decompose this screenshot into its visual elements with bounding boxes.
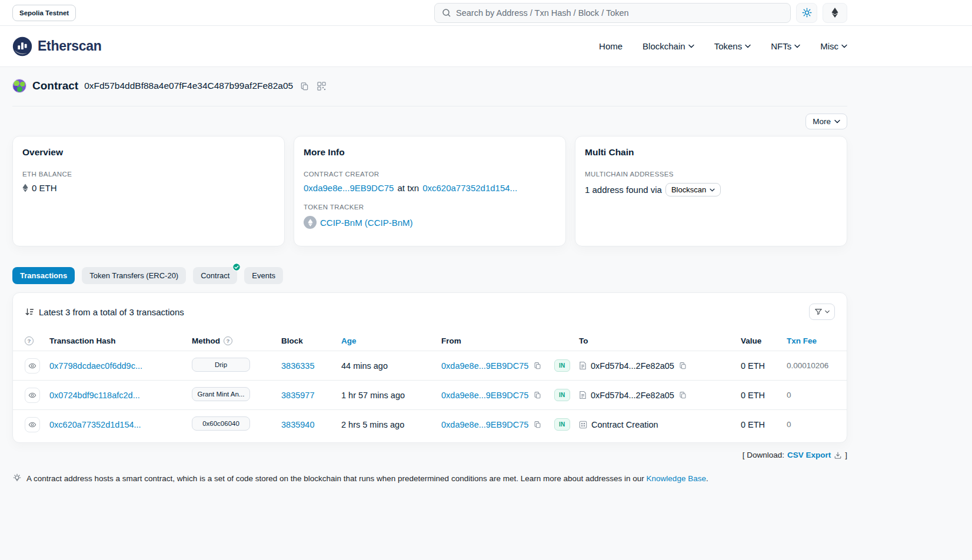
- value-text: 0 ETH: [741, 420, 787, 429]
- theme-toggle-button[interactable]: [796, 3, 817, 23]
- main-nav: Home Blockchain Tokens NFTs Misc: [599, 41, 847, 51]
- creator-connector-text: at txn: [397, 183, 419, 193]
- txn-fee-text: 0.00010206: [787, 361, 835, 370]
- tab-events[interactable]: Events: [244, 267, 283, 284]
- creation-txn-link[interactable]: 0xc620a77352d1d154...: [422, 183, 517, 193]
- tab-transactions[interactable]: Transactions: [12, 267, 75, 284]
- token-tracker-link[interactable]: CCIP-BnM (CCIP-BnM): [320, 218, 413, 228]
- network-switcher-button[interactable]: [823, 3, 847, 23]
- nav-item-home[interactable]: Home: [599, 41, 623, 51]
- contract-address: 0xFd57b4ddBf88a4e07fF4e34C487b99af2Fe82a…: [84, 81, 293, 91]
- note-text: A contract address hosts a smart contrac…: [26, 474, 644, 483]
- method-badge: Drip: [192, 358, 250, 372]
- etherscan-logo[interactable]: Etherscan: [12, 36, 102, 56]
- filter-button[interactable]: [809, 304, 835, 320]
- csv-export-link[interactable]: CSV Export: [787, 451, 831, 459]
- copy-icon[interactable]: [678, 361, 687, 370]
- contract-file-icon: [579, 391, 587, 399]
- filter-funnel-icon: [814, 308, 823, 316]
- token-logo-icon: [304, 216, 317, 229]
- knowledge-base-link[interactable]: Knowledge Base: [647, 474, 706, 483]
- contract-file-icon: [579, 361, 587, 370]
- download-suffix-text: ]: [845, 451, 847, 459]
- preview-eye-button[interactable]: [25, 358, 40, 374]
- tab-token-transfers[interactable]: Token Transfers (ERC-20): [82, 267, 186, 284]
- transaction-row: 0x0724bdf9c118afc2d... Grant Mint An... …: [13, 380, 847, 409]
- more-dropdown-button[interactable]: More: [805, 114, 847, 129]
- from-address-link[interactable]: 0xda9e8e...9EB9DC75: [441, 391, 528, 400]
- transaction-row: 0xc620a77352d1d154... 0x60c06040 3835940…: [13, 409, 847, 439]
- contract-creation-icon: [579, 421, 587, 429]
- txn-hash-link[interactable]: 0x7798dcdaec0f6dd9c...: [49, 361, 142, 371]
- nav-item-blockchain[interactable]: Blockchain: [643, 41, 694, 51]
- overview-card: Overview ETH BALANCE 0 ETH: [12, 136, 285, 246]
- column-header-method: Method: [192, 336, 220, 345]
- search-input[interactable]: [456, 8, 783, 18]
- transaction-row: 0x7798dcdaec0f6dd9c... Drip 3836335 44 m…: [13, 351, 847, 380]
- column-header-block: Block: [281, 336, 341, 345]
- copy-address-button[interactable]: [299, 81, 310, 92]
- block-link[interactable]: 3835940: [281, 420, 314, 429]
- column-header-age[interactable]: Age: [341, 336, 441, 345]
- to-address-text: 0xFd57b4...2Fe82a05: [591, 361, 674, 371]
- page-title: Contract: [32, 79, 78, 92]
- from-address-link[interactable]: 0xda9e8e...9EB9DC75: [441, 420, 528, 429]
- copy-icon: [300, 82, 309, 91]
- eth-balance-label: ETH BALANCE: [22, 171, 275, 178]
- method-badge: Grant Mint An...: [192, 387, 250, 401]
- address-identicon: [12, 79, 26, 93]
- search-box[interactable]: [434, 3, 791, 23]
- direction-badge: IN: [554, 359, 570, 372]
- nav-item-tokens[interactable]: Tokens: [714, 41, 751, 51]
- help-icon[interactable]: ?: [25, 336, 34, 345]
- search-icon: [442, 8, 451, 18]
- etherscan-logo-icon: [12, 36, 32, 56]
- copy-icon[interactable]: [533, 361, 542, 370]
- top-bar: Sepolia Testnet: [0, 0, 972, 26]
- qr-code-button[interactable]: [316, 81, 327, 92]
- sort-descending-icon: [25, 307, 34, 316]
- direction-badge: IN: [554, 389, 570, 401]
- brand-name: Etherscan: [38, 38, 102, 54]
- verified-check-icon: [232, 263, 241, 271]
- column-header-from: From: [441, 336, 554, 345]
- nav-item-nfts[interactable]: NFTs: [771, 41, 800, 51]
- column-header-fee[interactable]: Txn Fee: [787, 336, 835, 345]
- network-badge[interactable]: Sepolia Testnet: [12, 5, 76, 21]
- age-text: 44 mins ago: [341, 361, 441, 371]
- block-link[interactable]: 3836335: [281, 361, 314, 371]
- block-link[interactable]: 3835977: [281, 391, 314, 400]
- chevron-down-icon: [825, 310, 830, 314]
- copy-icon[interactable]: [678, 391, 687, 399]
- note-suffix: .: [706, 474, 708, 483]
- creator-address-link[interactable]: 0xda9e8e...9EB9DC75: [304, 183, 394, 193]
- from-address-link[interactable]: 0xda9e8e...9EB9DC75: [441, 361, 528, 371]
- chevron-down-icon: [841, 44, 847, 48]
- transactions-summary-text: Latest 3 from a total of 3 transactions: [39, 307, 184, 317]
- site-header: Etherscan Home Blockchain Tokens NFTs Mi…: [0, 26, 972, 67]
- transactions-table-header: ? Transaction Hash Method ? Block Age Fr…: [13, 331, 847, 351]
- help-icon[interactable]: ?: [224, 336, 232, 345]
- copy-icon[interactable]: [533, 391, 542, 399]
- contract-info-note: A contract address hosts a smart contrac…: [12, 473, 847, 485]
- txn-hash-link[interactable]: 0x0724bdf9c118afc2d...: [49, 391, 140, 400]
- multichain-card-title: Multi Chain: [585, 147, 837, 158]
- nav-item-misc[interactable]: Misc: [820, 41, 847, 51]
- token-tracker-label: TOKEN TRACKER: [304, 204, 556, 211]
- download-icon: [834, 451, 842, 459]
- txn-hash-link[interactable]: 0xc620a77352d1d154...: [49, 420, 141, 429]
- eth-balance-value: 0 ETH: [32, 183, 57, 193]
- copy-icon[interactable]: [533, 420, 542, 429]
- blockscan-dropdown[interactable]: Blockscan: [665, 183, 721, 196]
- to-address-text: 0xFd57b4...2Fe82a05: [591, 391, 674, 400]
- preview-eye-button[interactable]: [25, 388, 40, 403]
- address-title-row: Contract 0xFd57b4ddBf88a4e07fF4e34C487b9…: [12, 67, 847, 106]
- more-info-card-title: More Info: [304, 147, 556, 158]
- preview-eye-button[interactable]: [25, 417, 40, 432]
- chevron-down-icon: [794, 44, 800, 48]
- qr-code-icon: [317, 82, 326, 91]
- chevron-down-icon: [710, 188, 715, 192]
- tab-contract[interactable]: Contract: [193, 267, 237, 284]
- topbar-right-group: [434, 3, 847, 23]
- value-text: 0 ETH: [741, 391, 787, 400]
